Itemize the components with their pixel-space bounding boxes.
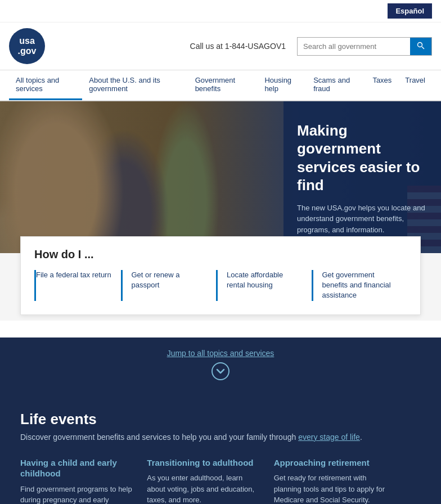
life-desc-after: . <box>360 433 362 442</box>
life-card-adulthood-title[interactable]: Transitioning to adulthood <box>147 457 262 469</box>
jump-section: Jump to all topics and services <box>0 338 441 394</box>
search-bar <box>297 37 432 56</box>
logo-gov-text: .gov <box>18 46 37 56</box>
nav-item-scams[interactable]: Scams and fraud <box>307 70 366 100</box>
svg-line-1 <box>422 47 424 49</box>
svg-point-0 <box>418 42 422 47</box>
nav-item-housing[interactable]: Housing help <box>258 70 307 100</box>
life-events-section: Life events Discover government benefits… <box>0 394 441 504</box>
espanol-button[interactable]: Español <box>388 3 432 19</box>
hero-title: Making government services easier to fin… <box>297 122 428 195</box>
logo-usa-text: usa <box>19 36 35 46</box>
search-input[interactable] <box>298 38 410 55</box>
life-card-early-childhood: Having a child and early childhood Find … <box>20 457 136 504</box>
how-item-passport[interactable]: Get or renew a passport <box>121 270 217 301</box>
life-card-early-childhood-desc: Find government programs to help during … <box>20 484 136 504</box>
life-desc-link[interactable]: every stage of life <box>298 433 360 442</box>
how-do-i-title: How do I ... <box>34 248 407 261</box>
top-bar: Español <box>0 0 441 22</box>
chevron-down-icon <box>216 368 225 374</box>
nav-item-gov-benefits[interactable]: Government benefits <box>188 70 258 100</box>
header: usa .gov Call us at 1-844-USAGOV1 <box>0 22 441 70</box>
how-do-i-section: How do I ... File a federal tax return G… <box>20 236 421 315</box>
logo-container: usa .gov <box>9 28 45 64</box>
life-card-retirement: Approaching retirement Get ready for ret… <box>274 457 389 504</box>
how-item-rental-housing[interactable]: Locate affordable rental housing <box>216 270 312 301</box>
hero-section: Making government services easier to fin… <box>0 101 441 253</box>
jump-arrow-button[interactable] <box>212 362 230 380</box>
how-item-tax-return[interactable]: File a federal tax return <box>34 270 121 301</box>
life-card-retirement-desc: Get ready for retirement with planning t… <box>274 472 389 504</box>
life-events-description: Discover government benefits and service… <box>20 433 421 442</box>
hero-text-overlay: Making government services easier to fin… <box>284 101 441 253</box>
nav-item-taxes[interactable]: Taxes <box>366 70 398 100</box>
nav-item-about-us[interactable]: About the U.S. and its government <box>82 70 188 100</box>
phone-number: Call us at 1-844-USAGOV1 <box>190 42 286 51</box>
life-card-adulthood-desc: As you enter adulthood, learn about voti… <box>147 472 262 504</box>
how-item-gov-benefits[interactable]: Get government benefits and financial as… <box>312 270 407 301</box>
nav-item-all-topics[interactable]: All topics and services <box>9 70 82 100</box>
search-button[interactable] <box>410 38 431 55</box>
nav-item-travel[interactable]: Travel <box>398 70 432 100</box>
usa-gov-logo[interactable]: usa .gov <box>9 28 45 64</box>
life-card-early-childhood-title[interactable]: Having a child and early childhood <box>20 457 136 479</box>
life-desc-before: Discover government benefits and service… <box>20 433 298 442</box>
life-cards-container: Having a child and early childhood Find … <box>20 457 389 504</box>
hero-description: The new USA.gov helps you locate and und… <box>297 202 428 236</box>
life-card-adulthood: Transitioning to adulthood As you enter … <box>147 457 262 504</box>
search-icon <box>417 42 425 50</box>
main-nav: All topics and services About the U.S. a… <box>0 70 441 101</box>
how-do-i-items: File a federal tax return Get or renew a… <box>34 270 407 301</box>
life-events-title: Life events <box>20 411 421 428</box>
life-card-retirement-title[interactable]: Approaching retirement <box>274 457 389 469</box>
logo-wrap: usa .gov <box>9 28 45 64</box>
jump-to-all-topics-link[interactable]: Jump to all topics and services <box>167 349 274 358</box>
